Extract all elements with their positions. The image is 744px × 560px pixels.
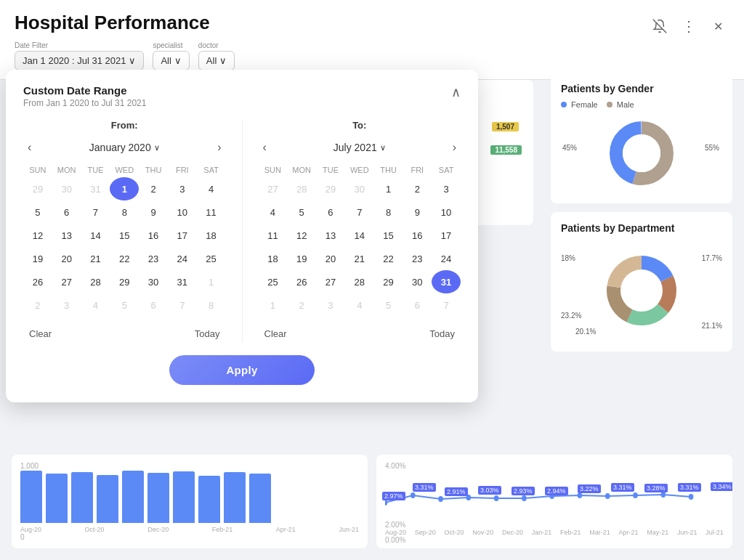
calendar-day-cell[interactable]: 1 xyxy=(374,177,403,200)
calendar-day-cell[interactable]: 24 xyxy=(432,247,461,270)
calendar-day-cell[interactable]: 1 xyxy=(259,293,288,317)
to-clear-button[interactable]: Clear xyxy=(259,325,293,342)
calendar-day-cell[interactable]: 30 xyxy=(345,177,374,200)
to-month-selector[interactable]: July 2021 ∨ xyxy=(333,142,386,153)
calendar-day-cell[interactable]: 15 xyxy=(110,224,139,247)
calendar-day-cell[interactable]: 5 xyxy=(374,293,403,317)
from-prev-month-button[interactable]: ‹ xyxy=(23,139,36,155)
calendar-day-cell[interactable]: 26 xyxy=(23,270,52,293)
calendar-day-cell[interactable]: 7 xyxy=(345,200,374,224)
calendar-day-cell[interactable]: 30 xyxy=(403,270,432,293)
from-clear-button[interactable]: Clear xyxy=(23,325,57,342)
to-next-month-button[interactable]: › xyxy=(448,139,461,155)
calendar-day-cell[interactable]: 24 xyxy=(168,247,197,270)
calendar-day-cell[interactable]: 23 xyxy=(139,247,168,270)
calendar-day-cell[interactable]: 12 xyxy=(287,224,316,247)
calendar-day-cell[interactable]: 16 xyxy=(139,224,168,247)
calendar-day-cell[interactable]: 17 xyxy=(168,224,197,247)
calendar-day-cell[interactable]: 14 xyxy=(81,224,110,247)
calendar-day-cell[interactable]: 13 xyxy=(316,224,345,247)
calendar-day-cell[interactable]: 18 xyxy=(197,224,226,247)
apply-button[interactable]: Apply xyxy=(169,355,315,385)
calendar-day-cell[interactable]: 1 xyxy=(110,177,139,200)
calendar-day-cell[interactable]: 31 xyxy=(168,270,197,293)
from-next-month-button[interactable]: › xyxy=(213,139,225,155)
calendar-day-cell[interactable]: 7 xyxy=(432,293,461,317)
calendar-day-cell[interactable]: 27 xyxy=(52,270,81,293)
calendar-day-cell[interactable]: 3 xyxy=(316,293,345,317)
calendar-day-cell[interactable]: 29 xyxy=(374,270,403,293)
popup-close-button[interactable]: ∧ xyxy=(451,84,461,100)
calendar-day-cell[interactable]: 5 xyxy=(23,200,52,224)
calendar-day-cell[interactable]: 31 xyxy=(432,270,461,293)
calendar-day-cell[interactable]: 31 xyxy=(81,177,110,200)
calendar-day-cell[interactable]: 8 xyxy=(374,200,403,224)
calendar-day-cell[interactable]: 13 xyxy=(52,224,81,247)
calendar-day-cell[interactable]: 25 xyxy=(197,247,226,270)
calendar-day-cell[interactable]: 4 xyxy=(259,200,288,224)
calendar-day-cell[interactable]: 27 xyxy=(259,177,288,200)
calendar-day-cell[interactable]: 14 xyxy=(345,224,374,247)
calendar-day-cell[interactable]: 17 xyxy=(432,224,461,247)
calendar-day-cell[interactable]: 10 xyxy=(168,200,197,224)
calendar-day-cell[interactable]: 23 xyxy=(403,247,432,270)
calendar-day-cell[interactable]: 6 xyxy=(403,293,432,317)
calendar-day-cell[interactable]: 30 xyxy=(52,177,81,200)
calendar-day-cell[interactable]: 11 xyxy=(197,200,226,224)
from-month-selector[interactable]: January 2020 ∨ xyxy=(89,142,160,153)
calendar-day-cell[interactable]: 9 xyxy=(403,200,432,224)
calendar-day-cell[interactable]: 4 xyxy=(345,293,374,317)
calendar-day-cell[interactable]: 22 xyxy=(374,247,403,270)
calendar-day-cell[interactable]: 25 xyxy=(259,270,288,293)
calendar-day-cell[interactable]: 20 xyxy=(52,247,81,270)
calendar-day-cell[interactable]: 26 xyxy=(287,270,316,293)
calendar-day-cell[interactable]: 19 xyxy=(287,247,316,270)
calendar-day-cell[interactable]: 12 xyxy=(23,224,52,247)
more-options-button[interactable]: ⋮ xyxy=(677,15,700,38)
calendar-day-cell[interactable]: 3 xyxy=(432,177,461,200)
calendar-day-cell[interactable]: 29 xyxy=(316,177,345,200)
calendar-day-cell[interactable]: 8 xyxy=(197,293,226,317)
calendar-day-cell[interactable]: 16 xyxy=(403,224,432,247)
calendar-day-cell[interactable]: 4 xyxy=(197,177,226,200)
calendar-day-cell[interactable]: 2 xyxy=(287,293,316,317)
calendar-day-cell[interactable]: 3 xyxy=(168,177,197,200)
calendar-day-cell[interactable]: 18 xyxy=(259,247,288,270)
from-today-button[interactable]: Today xyxy=(189,325,226,342)
calendar-day-cell[interactable]: 8 xyxy=(110,200,139,224)
calendar-day-cell[interactable]: 22 xyxy=(110,247,139,270)
calendar-day-cell[interactable]: 6 xyxy=(52,200,81,224)
calendar-day-cell[interactable]: 29 xyxy=(110,270,139,293)
calendar-day-cell[interactable]: 7 xyxy=(81,200,110,224)
calendar-day-cell[interactable]: 2 xyxy=(23,293,52,317)
calendar-day-cell[interactable]: 6 xyxy=(316,200,345,224)
calendar-day-cell[interactable]: 21 xyxy=(81,247,110,270)
notification-off-button[interactable] xyxy=(648,15,671,38)
date-filter-button[interactable]: Jan 1 2020 : Jul 31 2021 ∨ xyxy=(15,51,144,70)
calendar-day-cell[interactable]: 28 xyxy=(345,270,374,293)
calendar-day-cell[interactable]: 20 xyxy=(316,247,345,270)
specialist-filter-button[interactable]: All ∨ xyxy=(153,51,189,70)
calendar-day-cell[interactable]: 5 xyxy=(287,200,316,224)
calendar-day-cell[interactable]: 28 xyxy=(287,177,316,200)
calendar-day-cell[interactable]: 6 xyxy=(139,293,168,317)
calendar-day-cell[interactable]: 7 xyxy=(168,293,197,317)
calendar-day-cell[interactable]: 4 xyxy=(81,293,110,317)
calendar-day-cell[interactable]: 19 xyxy=(23,247,52,270)
calendar-day-cell[interactable]: 2 xyxy=(139,177,168,200)
calendar-day-cell[interactable]: 30 xyxy=(139,270,168,293)
calendar-day-cell[interactable]: 1 xyxy=(197,270,226,293)
calendar-day-cell[interactable]: 10 xyxy=(432,200,461,224)
calendar-day-cell[interactable]: 11 xyxy=(259,224,288,247)
doctor-filter-button[interactable]: All ∨ xyxy=(198,51,235,70)
close-button[interactable]: ✕ xyxy=(706,15,729,38)
calendar-day-cell[interactable]: 29 xyxy=(23,177,52,200)
calendar-day-cell[interactable]: 9 xyxy=(139,200,168,224)
calendar-day-cell[interactable]: 15 xyxy=(374,224,403,247)
calendar-day-cell[interactable]: 27 xyxy=(316,270,345,293)
to-today-button[interactable]: Today xyxy=(424,325,461,342)
calendar-day-cell[interactable]: 28 xyxy=(81,270,110,293)
calendar-day-cell[interactable]: 3 xyxy=(52,293,81,317)
calendar-day-cell[interactable]: 5 xyxy=(110,293,139,317)
to-prev-month-button[interactable]: ‹ xyxy=(259,139,271,155)
